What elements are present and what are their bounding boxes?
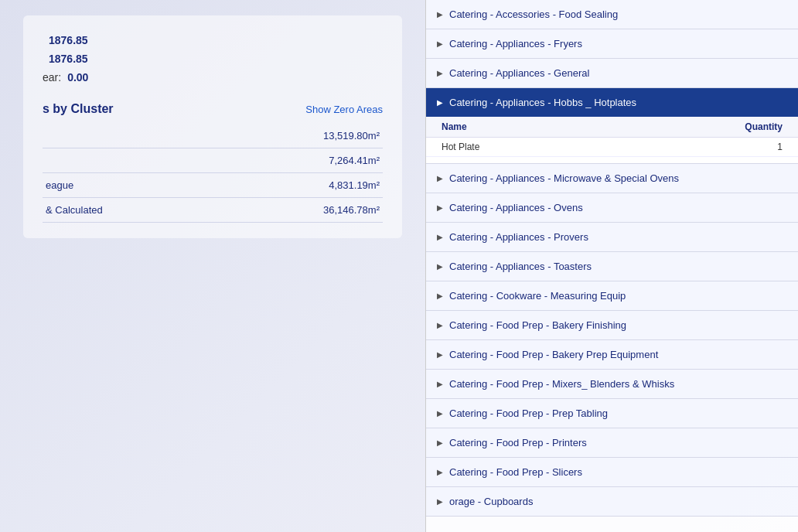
cluster-title: s by Cluster <box>43 102 114 116</box>
cluster-row-value-4: 36,146.78m² <box>287 204 380 216</box>
sub-data-row-appliances-hobbs-hotplates-0: Hot Plate1 <box>426 138 798 157</box>
cluster-row-label-3: eague <box>46 179 287 191</box>
chevron-icon-food-prep-bakery-equipment: ▶ <box>437 350 443 359</box>
tree-item-label-food-prep-printers: Catering - Food Prep - Printers <box>449 437 587 448</box>
sub-col-name-appliances-hobbs-hotplates: Name <box>442 121 467 132</box>
tree-item-header-food-prep-printers[interactable]: ▶Catering - Food Prep - Printers <box>426 428 798 457</box>
chevron-icon-accessories-food-sealing: ▶ <box>437 10 443 19</box>
tree-item-label-food-prep-bakery-equipment: Catering - Food Prep - Bakery Prep Equip… <box>449 349 658 360</box>
chevron-icon-appliances-fryers: ▶ <box>437 39 443 48</box>
tree-item-appliances-provers[interactable]: ▶Catering - Appliances - Provers <box>426 223 798 252</box>
chevron-icon-food-prep-bakery-finishing: ▶ <box>437 321 443 329</box>
chevron-icon-food-prep-printers: ▶ <box>437 438 443 447</box>
tree-item-header-food-cupboards[interactable]: ▶orage - Cupboards <box>426 487 798 516</box>
tree-item-cookware-measuring[interactable]: ▶Catering - Cookware - Measuring Equip <box>426 281 798 311</box>
tree-item-label-appliances-ovens: Catering - Appliances - Ovens <box>449 202 583 213</box>
tree-item-appliances-fryers[interactable]: ▶Catering - Appliances - Fryers <box>426 29 798 59</box>
sub-data-name-appliances-hobbs-hotplates-0: Hot Plate <box>442 142 479 152</box>
cluster-row-2: 7,264.41m² <box>43 148 383 173</box>
tree-item-label-cookware-measuring: Catering - Cookware - Measuring Equip <box>449 290 626 302</box>
tree-item-label-appliances-toasters: Catering - Appliances - Toasters <box>449 261 592 272</box>
show-zero-button[interactable]: Show Zero Areas <box>305 104 383 115</box>
sub-panel-appliances-hobbs-hotplates: NameQuantityHot Plate1 <box>426 117 798 163</box>
chevron-icon-food-prep-tabling: ▶ <box>437 409 443 418</box>
tree-item-label-food-prep-tabling: Catering - Food Prep - Prep Tabling <box>449 408 608 419</box>
chevron-icon-appliances-ovens: ▶ <box>437 203 443 212</box>
tree-item-header-food-prep-tabling[interactable]: ▶Catering - Food Prep - Prep Tabling <box>426 399 798 428</box>
sub-col-qty-appliances-hobbs-hotplates: Quantity <box>745 121 783 132</box>
tree-item-accessories-food-sealing[interactable]: ▶Catering - Accessories - Food Sealing <box>426 0 798 29</box>
tree-item-food-prep-bakery-finishing[interactable]: ▶Catering - Food Prep - Bakery Finishing <box>426 311 798 340</box>
tree-item-header-appliances-hobbs-hotplates[interactable]: ▶Catering - Appliances - Hobbs _ Hotplat… <box>426 88 798 117</box>
sub-table-header-appliances-hobbs-hotplates: NameQuantity <box>426 117 798 138</box>
cluster-row-1: 13,519.80m² <box>43 124 383 148</box>
cluster-row-4: & Calculated 36,146.78m² <box>43 198 383 223</box>
tree-item-food-prep-slicers[interactable]: ▶Catering - Food Prep - Slicers <box>426 458 798 487</box>
right-panel[interactable]: ▶Catering - Accessories - Food Sealing▶C… <box>425 0 798 532</box>
tree-item-food-cupboards[interactable]: ▶orage - Cupboards <box>426 487 798 517</box>
cluster-row-value-2: 7,264.41m² <box>287 155 380 166</box>
tree-item-header-cookware-measuring[interactable]: ▶Catering - Cookware - Measuring Equip <box>426 281 798 310</box>
tree-item-header-appliances-toasters[interactable]: ▶Catering - Appliances - Toasters <box>426 252 798 281</box>
stat-label-3: ear: <box>43 71 61 84</box>
tree-item-food-prep-mixers[interactable]: ▶Catering - Food Prep - Mixers_ Blenders… <box>426 370 798 399</box>
tree-item-header-food-prep-bakery-finishing[interactable]: ▶Catering - Food Prep - Bakery Finishing <box>426 311 798 339</box>
stat-value-3: 0.00 <box>67 71 88 84</box>
tree-item-header-food-prep-mixers[interactable]: ▶Catering - Food Prep - Mixers_ Blenders… <box>426 370 798 398</box>
chevron-icon-food-cupboards: ▶ <box>437 497 443 506</box>
tree-item-header-appliances-general[interactable]: ▶Catering - Appliances - General <box>426 59 798 87</box>
left-panel-inner: 1876.85 1876.85 ear: 0.00 s by Cluster S… <box>23 15 402 238</box>
stat-row-2: 1876.85 <box>43 49 383 68</box>
tree-item-appliances-microwave[interactable]: ▶Catering - Appliances - Microwave & Spe… <box>426 164 798 193</box>
chevron-icon-appliances-toasters: ▶ <box>437 262 443 271</box>
chevron-icon-appliances-provers: ▶ <box>437 233 443 241</box>
sub-data-qty-appliances-hobbs-hotplates-0: 1 <box>777 142 783 152</box>
chevron-icon-food-prep-slicers: ▶ <box>437 468 443 476</box>
tree-item-appliances-ovens[interactable]: ▶Catering - Appliances - Ovens <box>426 193 798 223</box>
left-panel: 1876.85 1876.85 ear: 0.00 s by Cluster S… <box>0 0 425 532</box>
cluster-rows: 13,519.80m² 7,264.41m² eague 4,831.19m² … <box>43 124 383 223</box>
stat-value-1: 1876.85 <box>49 34 88 46</box>
tree-item-header-food-prep-bakery-equipment[interactable]: ▶Catering - Food Prep - Bakery Prep Equi… <box>426 340 798 369</box>
page-container: 1876.85 1876.85 ear: 0.00 s by Cluster S… <box>0 0 798 532</box>
stat-row-1: 1876.85 <box>43 31 383 49</box>
cluster-row-value-3: 4,831.19m² <box>287 179 380 191</box>
cluster-row-label-2 <box>46 155 287 166</box>
tree-item-label-appliances-provers: Catering - Appliances - Provers <box>449 231 588 243</box>
tree-item-label-food-prep-bakery-finishing: Catering - Food Prep - Bakery Finishing <box>449 319 626 331</box>
stats-section: 1876.85 1876.85 ear: 0.00 <box>43 31 383 87</box>
tree-item-label-appliances-fryers: Catering - Appliances - Fryers <box>449 38 582 49</box>
tree-item-header-appliances-fryers[interactable]: ▶Catering - Appliances - Fryers <box>426 29 798 58</box>
cluster-section: s by Cluster Show Zero Areas 13,519.80m²… <box>43 102 383 223</box>
tree-item-label-appliances-hobbs-hotplates: Catering - Appliances - Hobbs _ Hotplate… <box>449 97 636 108</box>
stat-value-2: 1876.85 <box>49 53 88 65</box>
tree-item-header-appliances-microwave[interactable]: ▶Catering - Appliances - Microwave & Spe… <box>426 164 798 193</box>
cluster-row-label-1 <box>46 130 287 142</box>
chevron-icon-cookware-measuring: ▶ <box>437 292 443 300</box>
cluster-row-value-1: 13,519.80m² <box>287 130 380 142</box>
cluster-row-3: eague 4,831.19m² <box>43 173 383 198</box>
tree-item-label-food-cupboards: orage - Cupboards <box>449 496 533 507</box>
chevron-icon-appliances-general: ▶ <box>437 69 443 77</box>
tree-item-label-accessories-food-sealing: Catering - Accessories - Food Sealing <box>449 9 618 20</box>
chevron-icon-appliances-hobbs-hotplates: ▶ <box>437 98 443 107</box>
tree-item-header-food-prep-slicers[interactable]: ▶Catering - Food Prep - Slicers <box>426 458 798 486</box>
cluster-row-label-4: & Calculated <box>46 204 287 216</box>
tree-item-header-appliances-provers[interactable]: ▶Catering - Appliances - Provers <box>426 223 798 251</box>
tree-item-label-food-prep-slicers: Catering - Food Prep - Slicers <box>449 466 582 478</box>
tree-item-appliances-hobbs-hotplates[interactable]: ▶Catering - Appliances - Hobbs _ Hotplat… <box>426 88 798 164</box>
tree-item-label-food-prep-mixers: Catering - Food Prep - Mixers_ Blenders … <box>449 378 674 390</box>
tree-item-label-appliances-microwave: Catering - Appliances - Microwave & Spec… <box>449 172 679 184</box>
chevron-icon-appliances-microwave: ▶ <box>437 174 443 182</box>
tree-item-food-prep-bakery-equipment[interactable]: ▶Catering - Food Prep - Bakery Prep Equi… <box>426 340 798 370</box>
tree-item-appliances-general[interactable]: ▶Catering - Appliances - General <box>426 59 798 88</box>
stat-row-3: ear: 0.00 <box>43 68 383 87</box>
tree-item-header-accessories-food-sealing[interactable]: ▶Catering - Accessories - Food Sealing <box>426 0 798 29</box>
tree-item-food-prep-printers[interactable]: ▶Catering - Food Prep - Printers <box>426 428 798 458</box>
tree-item-food-prep-tabling[interactable]: ▶Catering - Food Prep - Prep Tabling <box>426 399 798 428</box>
tree-item-appliances-toasters[interactable]: ▶Catering - Appliances - Toasters <box>426 252 798 281</box>
tree-item-header-appliances-ovens[interactable]: ▶Catering - Appliances - Ovens <box>426 193 798 222</box>
tree-item-label-appliances-general: Catering - Appliances - General <box>449 67 589 79</box>
cluster-header: s by Cluster Show Zero Areas <box>43 102 383 116</box>
chevron-icon-food-prep-mixers: ▶ <box>437 380 443 388</box>
